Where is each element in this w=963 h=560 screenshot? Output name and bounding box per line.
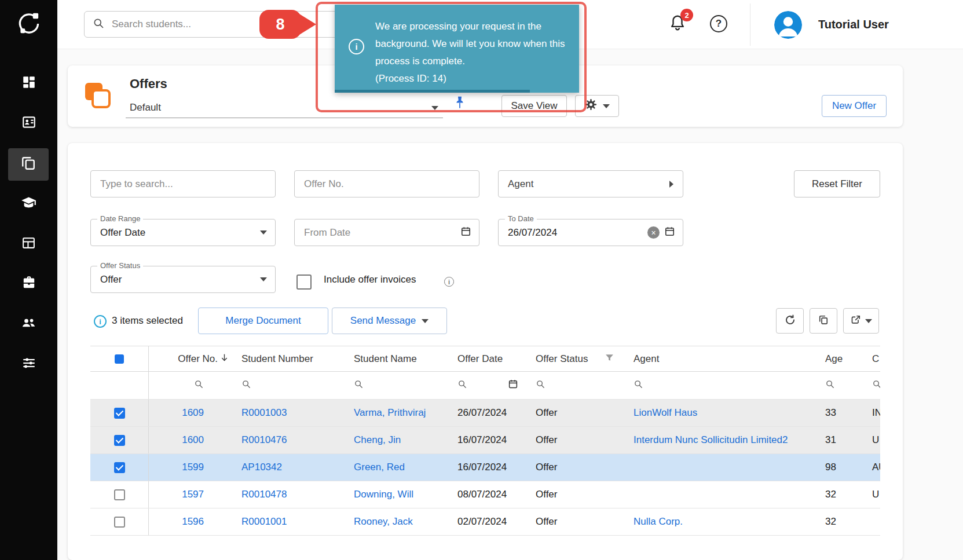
dashboard-icon [21, 75, 36, 92]
agent-link[interactable]: Nulla Corp. [634, 516, 683, 528]
column-header-offer-status[interactable]: Offer Status [527, 346, 625, 371]
toast-progress-bar [335, 90, 530, 93]
student-name-link[interactable]: Rooney, Jack [354, 516, 413, 528]
copy-grid-button[interactable] [810, 308, 837, 334]
student-number-link[interactable]: R0001001 [241, 516, 287, 528]
student-name-link[interactable]: Downing, Will [354, 489, 413, 500]
offer-no-link[interactable]: 1599 [182, 462, 204, 473]
offer-no-link[interactable]: 1600 [182, 434, 204, 446]
offer-no-link[interactable]: 1597 [182, 489, 204, 500]
filter-offer-no[interactable] [149, 372, 233, 399]
column-header-offer-no[interactable]: Offer No. [149, 346, 233, 371]
pin-icon[interactable] [452, 95, 467, 112]
agent-link[interactable]: Interdum Nunc Sollicitudin Limited2 [634, 434, 788, 446]
table-row[interactable]: 1609 R0001003 Varma, Prithviraj 26/07/20… [90, 400, 880, 427]
student-number-link[interactable]: R0010476 [241, 434, 287, 446]
app-logo[interactable] [0, 0, 57, 49]
calendar-icon[interactable] [508, 379, 518, 392]
calendar-icon[interactable] [664, 226, 675, 239]
quick-search-input[interactable] [90, 170, 276, 197]
toast-message: We are processing your request in the ba… [375, 21, 565, 67]
row-checkbox[interactable] [114, 489, 125, 500]
chevron-down-icon [422, 319, 429, 323]
sidebar-item-offers[interactable] [8, 148, 49, 181]
sidebar-item-contacts[interactable] [0, 107, 57, 140]
save-view-button[interactable]: Save View [501, 95, 567, 117]
sidebar-item-courses[interactable] [0, 188, 57, 220]
from-date-input[interactable] [304, 227, 456, 239]
new-offer-button[interactable]: New Offer [822, 95, 887, 117]
filter-offer-date[interactable] [449, 372, 527, 399]
view-settings-button[interactable] [575, 95, 619, 117]
student-number-link[interactable]: R0010478 [241, 489, 287, 500]
column-header-student-name[interactable]: Student Name [345, 346, 449, 371]
sliders-icon [21, 356, 36, 373]
student-name-link[interactable]: Green, Red [354, 462, 405, 473]
to-date-input[interactable] [508, 227, 643, 239]
notifications-button[interactable]: 2 [669, 14, 690, 35]
user-name: Tutorial User [818, 0, 889, 49]
student-number-link[interactable]: R0001003 [241, 407, 287, 419]
export-button[interactable] [843, 308, 879, 334]
send-message-button[interactable]: Send Message [332, 308, 447, 334]
offer-no-link[interactable]: 1596 [182, 516, 204, 528]
merge-document-button[interactable]: Merge Document [198, 308, 328, 334]
table-row[interactable]: 1599 AP10342 Green, Red 16/07/2024 Offer… [90, 454, 880, 481]
column-header-offer-date[interactable]: Offer Date [449, 346, 527, 371]
row-checkbox[interactable] [114, 435, 125, 446]
to-date-field[interactable]: To Date × [498, 219, 683, 246]
agent-filter[interactable]: Agent [498, 170, 683, 197]
filter-agent[interactable] [625, 372, 819, 399]
refresh-button[interactable] [776, 308, 804, 334]
filter-student-name[interactable] [345, 372, 449, 399]
toast-notification[interactable]: i We are processing your request in the … [335, 5, 579, 93]
offer-no-input[interactable] [294, 170, 479, 197]
include-invoices-label: Include offer invoices [324, 266, 416, 293]
sidebar-item-settings[interactable] [0, 348, 57, 380]
clear-icon[interactable]: × [647, 226, 660, 239]
offer-status-cell: Offer [527, 400, 625, 426]
offer-status-cell: Offer [527, 481, 625, 508]
include-invoices-checkbox[interactable] [296, 274, 312, 290]
student-number-link[interactable]: AP10342 [241, 462, 282, 473]
from-date-field[interactable] [294, 219, 479, 246]
column-header-age[interactable]: Age [819, 346, 864, 371]
row-checkbox[interactable] [114, 462, 125, 473]
table-row[interactable]: 1597 R0010478 Downing, Will 08/07/2024 O… [90, 481, 880, 508]
row-checkbox[interactable] [114, 517, 125, 528]
date-range-select[interactable]: Date Range Offer Date [90, 219, 276, 246]
column-label: Student Number [241, 353, 313, 365]
filter-country[interactable] [864, 372, 880, 399]
selection-info-icon: i [94, 315, 107, 328]
offer-status-select[interactable]: Offer Status Offer [90, 266, 276, 293]
sidebar-item-reports[interactable] [0, 228, 57, 260]
student-name-link[interactable]: Cheng, Jin [354, 434, 401, 446]
table-row[interactable]: 1600 R0010476 Cheng, Jin 16/07/2024 Offe… [90, 427, 880, 454]
search-icon [634, 379, 643, 392]
column-header-country[interactable]: C [864, 346, 880, 371]
column-header-agent[interactable]: Agent [625, 346, 819, 371]
offer-status-cell: Offer [527, 508, 625, 535]
filter-offer-status[interactable] [527, 372, 625, 399]
funnel-icon[interactable] [605, 353, 614, 365]
country-cell: U [864, 427, 880, 453]
sidebar-item-agents[interactable] [0, 308, 57, 340]
help-button[interactable]: ? [710, 15, 727, 32]
chevron-down-icon [260, 277, 267, 281]
row-checkbox[interactable] [114, 408, 125, 419]
table-row[interactable]: 1596 R0001001 Rooney, Jack 02/07/2024 Of… [90, 508, 880, 536]
select-all-checkbox[interactable] [115, 354, 124, 364]
reset-filter-button[interactable]: Reset Filter [794, 170, 880, 197]
column-label: Student Name [354, 353, 417, 365]
agent-link[interactable]: LionWolf Haus [634, 407, 697, 419]
view-selector[interactable]: Default [126, 98, 443, 118]
sidebar-item-dashboard[interactable] [0, 67, 57, 100]
avatar[interactable] [774, 11, 802, 39]
student-name-link[interactable]: Varma, Prithviraj [354, 407, 426, 419]
calendar-icon[interactable] [460, 226, 471, 239]
filter-student-number[interactable] [233, 372, 345, 399]
column-header-student-number[interactable]: Student Number [233, 346, 345, 371]
filter-age[interactable] [819, 372, 864, 399]
sidebar-item-services[interactable] [0, 268, 57, 300]
offer-no-link[interactable]: 1609 [182, 407, 204, 419]
